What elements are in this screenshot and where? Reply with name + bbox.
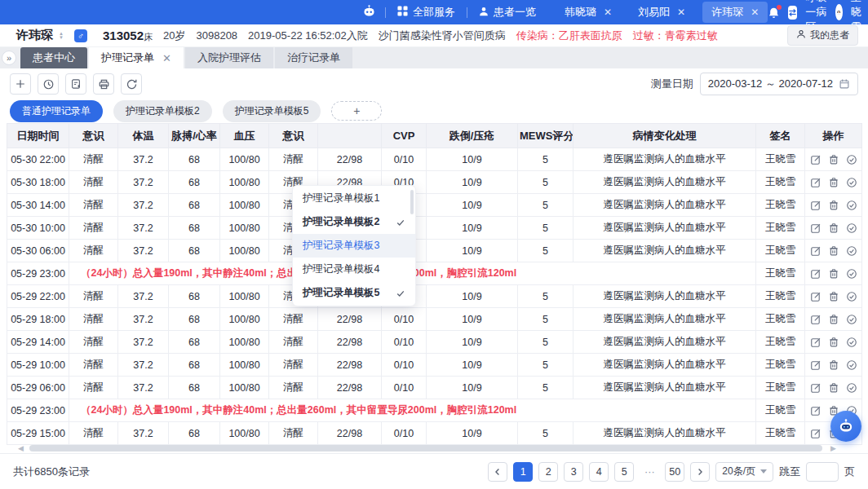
assistant-robot-button[interactable] <box>830 411 861 442</box>
template-pill-2[interactable]: 护理记录单模板2 <box>113 100 212 122</box>
patient-tab-xuweichen-active[interactable]: 许玮琛 ✕ <box>702 2 768 23</box>
cell: 王晓雪 <box>756 171 805 194</box>
edit-icon[interactable] <box>810 359 822 371</box>
close-icon[interactable]: ✕ <box>162 52 171 64</box>
template-pill-general[interactable]: 普通护理记录单 <box>10 100 103 122</box>
prev-page-button[interactable] <box>488 462 507 482</box>
scroll-left-arrow[interactable]: ◀ <box>18 444 24 452</box>
all-services-menu[interactable]: 全部服务 <box>386 5 467 20</box>
delete-icon[interactable] <box>828 154 839 165</box>
user-avatar[interactable] <box>835 4 842 20</box>
tab-treatment-record[interactable]: 治疗记录单 <box>275 47 352 68</box>
tab-admission-assessment[interactable]: 入院护理评估 <box>185 47 273 68</box>
date-range-picker[interactable]: 2020-03-12 ～ 2020-07-12 <box>700 73 858 95</box>
confirm-icon[interactable] <box>846 268 857 280</box>
delete-icon[interactable] <box>828 359 839 371</box>
dropdown-item[interactable]: 护理记录单模板2 <box>293 210 415 234</box>
cell: 王晓雪 <box>756 194 805 217</box>
scroll-right-arrow[interactable]: ▶ <box>830 444 836 452</box>
confirm-icon[interactable] <box>846 222 857 234</box>
patient-tab-hanxiaolu[interactable]: 韩晓璐 ✕ <box>556 2 621 23</box>
confirm-icon[interactable] <box>846 337 857 348</box>
edit-icon[interactable] <box>810 291 822 302</box>
patient-tab-liuyiyang[interactable]: 刘易阳 ✕ <box>629 2 694 23</box>
edit-icon[interactable] <box>810 428 822 439</box>
delete-icon[interactable] <box>828 200 839 211</box>
confirm-icon[interactable] <box>846 291 857 302</box>
switch-ward-icon[interactable] <box>788 6 797 20</box>
cell: 遵医嘱监测病人的血糖水平 <box>574 308 756 331</box>
dropdown-item[interactable]: 护理记录单模板5 <box>293 281 415 305</box>
cell: 清醒 <box>269 377 318 399</box>
delete-icon[interactable] <box>828 222 839 234</box>
confirm-icon[interactable] <box>846 177 857 188</box>
cell: 5 <box>518 171 574 194</box>
page-ellipsis: ··· <box>640 462 659 482</box>
cell: 王晓雪 <box>756 240 805 262</box>
edit-icon[interactable] <box>810 382 822 394</box>
notification-bell-icon[interactable] <box>768 7 780 19</box>
delete-icon[interactable] <box>828 268 839 280</box>
delete-icon[interactable] <box>828 291 839 302</box>
page-button[interactable]: 50 <box>665 462 684 482</box>
delete-icon[interactable] <box>828 314 839 325</box>
page-button[interactable]: 2 <box>538 462 558 482</box>
confirm-icon[interactable] <box>846 359 857 371</box>
dropdown-item[interactable]: 护理记录单模板4 <box>293 258 415 281</box>
edit-icon[interactable] <box>810 337 822 348</box>
next-page-button[interactable] <box>690 462 710 482</box>
page-button[interactable]: 3 <box>564 462 583 482</box>
delete-icon[interactable] <box>828 337 839 348</box>
delete-icon[interactable] <box>828 245 839 257</box>
cell: 5 <box>518 308 574 331</box>
dropdown-scrollbar-thumb[interactable] <box>410 190 414 214</box>
confirm-icon[interactable] <box>846 245 857 257</box>
template-pill-5[interactable]: 护理记录单模板5 <box>223 100 321 122</box>
edit-icon[interactable] <box>810 200 822 211</box>
delete-icon[interactable] <box>828 177 839 188</box>
edit-icon[interactable] <box>810 405 822 416</box>
tab-patient-center[interactable]: 患者中心 <box>20 47 87 68</box>
patient-list-menu[interactable]: 患者一览 <box>467 5 547 20</box>
my-patients-button[interactable]: 我的患者 <box>787 25 858 46</box>
edit-icon[interactable] <box>810 314 822 325</box>
delete-icon[interactable] <box>828 382 839 394</box>
close-icon[interactable]: ✕ <box>604 7 612 17</box>
edit-icon[interactable] <box>810 245 822 257</box>
new-form-button[interactable] <box>65 73 86 95</box>
confirm-icon[interactable] <box>846 382 857 394</box>
cell: 5 <box>518 240 574 262</box>
cell: 37.2 <box>118 148 169 171</box>
edit-icon[interactable] <box>810 177 822 188</box>
page-button[interactable]: 1 <box>513 462 533 482</box>
cell: 清醒 <box>69 240 118 262</box>
add-record-button[interactable] <box>10 73 31 95</box>
app-window: 全部服务 患者一览 韩晓璐 ✕ 刘易阳 ✕ 许玮琛 ✕ <box>0 0 868 489</box>
page-button[interactable]: 5 <box>614 462 634 482</box>
collapse-tabs-button[interactable]: » <box>2 51 16 65</box>
close-icon[interactable]: ✕ <box>751 7 759 17</box>
history-time-button[interactable] <box>38 73 59 95</box>
edit-icon[interactable] <box>810 154 822 165</box>
dropdown-item[interactable]: 护理记录单模板3 <box>293 234 415 258</box>
close-icon[interactable]: ✕ <box>677 7 685 17</box>
cell: 68 <box>169 217 220 240</box>
edit-icon[interactable] <box>810 268 822 280</box>
edit-icon[interactable] <box>810 222 822 234</box>
confirm-icon[interactable] <box>846 200 857 211</box>
add-template-button[interactable]: + <box>331 101 382 121</box>
cell: 05-30 06:00 <box>7 240 69 262</box>
tab-nursing-record[interactable]: 护理记录单✕ <box>89 47 184 68</box>
refresh-button[interactable] <box>121 73 142 95</box>
page-size-select[interactable]: 20条/页 <box>715 462 773 482</box>
confirm-icon[interactable] <box>846 154 857 165</box>
page-button[interactable]: 4 <box>589 462 609 482</box>
confirm-icon[interactable] <box>846 314 857 325</box>
print-button[interactable] <box>93 73 114 95</box>
cell: 10/9 <box>427 148 518 171</box>
jump-page-input[interactable] <box>806 462 839 482</box>
dropdown-item[interactable]: 护理记录单模板1 <box>293 187 415 210</box>
scrollbar-thumb[interactable] <box>29 445 822 452</box>
switch-patient-icon[interactable]: ▲▼ <box>59 32 64 40</box>
row-actions <box>805 262 862 285</box>
